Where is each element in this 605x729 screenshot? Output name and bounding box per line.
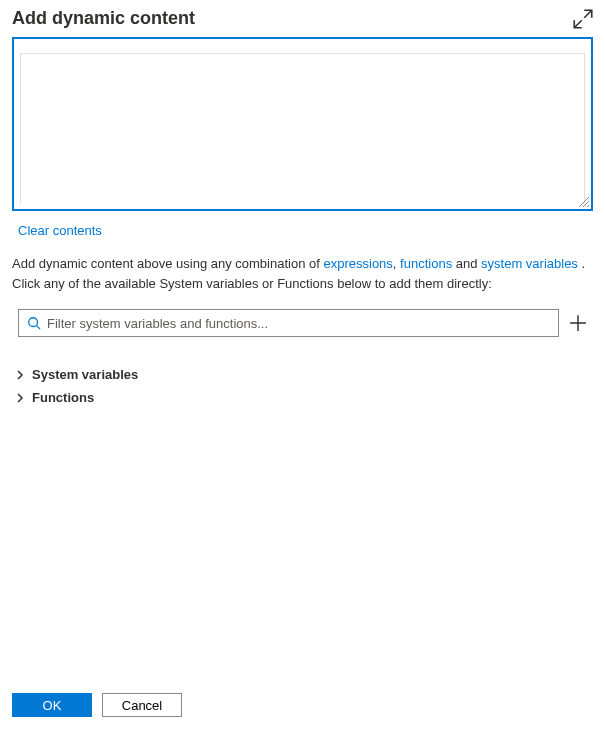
add-dynamic-content-panel: Add dynamic content Clear contents Add d… (0, 0, 605, 681)
expression-editor[interactable] (21, 54, 584, 203)
search-icon (27, 316, 41, 330)
filter-input[interactable] (47, 316, 550, 331)
tree-label-functions: Functions (32, 390, 94, 405)
expand-icon[interactable] (573, 9, 593, 29)
chevron-right-icon (14, 392, 26, 404)
link-system-variables[interactable]: system variables (481, 256, 578, 271)
ok-button[interactable]: OK (12, 693, 92, 717)
search-row (18, 309, 587, 337)
helper-prefix: Add dynamic content above using any comb… (12, 256, 323, 271)
plus-icon (569, 314, 587, 332)
helper-text: Add dynamic content above using any comb… (12, 254, 593, 293)
chevron-right-icon (14, 369, 26, 381)
clear-contents-link[interactable]: Clear contents (18, 223, 593, 238)
cancel-button[interactable]: Cancel (102, 693, 182, 717)
search-field-wrap (18, 309, 559, 337)
tree-item-functions[interactable]: Functions (14, 386, 593, 409)
panel-header: Add dynamic content (12, 8, 593, 29)
tree-label-system-variables: System variables (32, 367, 138, 382)
add-button[interactable] (569, 314, 587, 332)
panel-title: Add dynamic content (12, 8, 195, 29)
link-expressions[interactable]: expressions (323, 256, 392, 271)
svg-point-0 (29, 318, 38, 327)
expression-editor-container (12, 37, 593, 211)
panel-footer: OK Cancel (0, 681, 605, 729)
tree-item-system-variables[interactable]: System variables (14, 363, 593, 386)
link-functions[interactable]: functions (400, 256, 452, 271)
